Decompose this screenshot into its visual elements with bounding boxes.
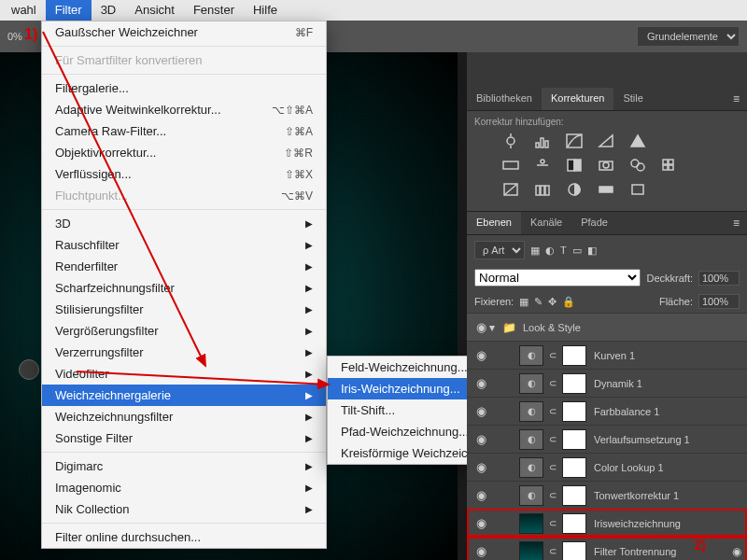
visibility-icon[interactable]: ◉ (472, 404, 489, 418)
bw-icon[interactable] (564, 157, 585, 174)
layer-adj-thumb: ◐ (519, 401, 543, 422)
filter-submenu-item[interactable]: Weichzeichnergalerie▶ (42, 385, 326, 406)
workspace-select[interactable]: Grundelemente (637, 26, 740, 47)
smartfilter-vis-icon[interactable]: ◉ (732, 545, 741, 558)
panel-menu-icon[interactable]: ≡ (726, 88, 747, 110)
visibility-icon[interactable]: ◉ (472, 516, 489, 530)
edit-toolbar-icon[interactable] (19, 359, 39, 380)
filter-submenu-item[interactable]: Rauschfilter▶ (42, 234, 326, 256)
lock-pixels-icon[interactable]: ▦ (519, 296, 529, 308)
menu-ansicht[interactable]: Ansicht (125, 0, 184, 21)
filter-item[interactable]: Verflüssigen...⇧⌘X (42, 163, 326, 185)
group-label: Look & Style (523, 322, 581, 333)
filter-submenu-item[interactable]: Videofilter▶ (42, 363, 326, 385)
layer-name: Verlaufsumsetzung 1 (594, 434, 690, 445)
filter-type-icon[interactable]: T (560, 245, 567, 256)
tab-ebenen[interactable]: Ebenen (467, 212, 521, 234)
filter-pixel-icon[interactable]: ▦ (530, 245, 540, 257)
tab-pfade[interactable]: Pfade (571, 212, 617, 234)
threshold-icon[interactable] (564, 181, 585, 198)
filter-menu: Gaußscher Weichzeichner⌘F Für Smartfilte… (41, 21, 327, 549)
layer-row[interactable]: ◉◐⊂Color Lookup 1 (467, 453, 747, 481)
svg-rect-18 (663, 160, 668, 164)
layer-mask-thumb (562, 345, 586, 366)
visibility-icon[interactable]: ◉ (472, 320, 489, 334)
layer-kind-filter[interactable]: ρ Art (474, 241, 525, 259)
visibility-icon[interactable]: ◉ (472, 432, 489, 446)
link-icon: ⊂ (547, 462, 558, 472)
filter-shape-icon[interactable]: ▭ (572, 245, 582, 257)
filter-last-used[interactable]: Gaußscher Weichzeichner⌘F (42, 21, 326, 43)
layer-row[interactable]: ◉⊂Irisweichzeichnung (467, 509, 747, 537)
exposure-icon[interactable] (596, 133, 616, 149)
levels-icon[interactable] (532, 133, 553, 149)
filter-submenu-item[interactable]: 3D▶ (42, 213, 326, 234)
lock-paint-icon[interactable]: ✎ (534, 296, 543, 308)
posterize-icon[interactable] (532, 181, 553, 198)
fill-label: Fläche: (659, 296, 693, 307)
filter-plugin-item[interactable]: Nik Collection▶ (42, 498, 326, 520)
filter-item[interactable]: Camera Raw-Filter...⇧⌘A (42, 120, 326, 142)
visibility-icon[interactable]: ◉ (472, 376, 489, 390)
lookup-icon[interactable] (659, 157, 680, 174)
lock-pos-icon[interactable]: ✥ (548, 296, 557, 308)
photofilter-icon[interactable] (596, 157, 616, 174)
filter-submenu-item[interactable]: Verzerrungsfilter▶ (42, 342, 326, 363)
menu-hilfe[interactable]: Hilfe (244, 0, 287, 21)
brightness-icon[interactable] (500, 133, 521, 149)
selcolor-icon[interactable] (627, 181, 648, 198)
menu-3d[interactable]: 3D (92, 0, 126, 21)
layer-thumb (519, 513, 543, 534)
visibility-icon[interactable]: ◉ (472, 544, 489, 558)
mixer-icon[interactable] (627, 157, 648, 174)
annotation-1: 1) (24, 26, 37, 43)
filter-item[interactable]: Objektivkorrektur...⇧⌘R (42, 142, 326, 163)
filter-submenu-item[interactable]: Scharfzeichnungsfilter▶ (42, 277, 326, 299)
filter-item[interactable]: Filtergalerie... (42, 77, 326, 99)
layer-row[interactable]: ◉◐⊂Kurven 1 (467, 341, 747, 369)
opacity-input[interactable] (698, 271, 740, 286)
vibrance-icon[interactable] (627, 133, 648, 149)
menu-wahl[interactable]: wahl (2, 0, 46, 21)
filter-submenu-item[interactable]: Stilisierungsfilter▶ (42, 299, 326, 320)
filter-submenu-item[interactable]: Sonstige Filter▶ (42, 427, 326, 449)
visibility-icon[interactable]: ◉ (472, 488, 489, 502)
menu-filter[interactable]: Filter (46, 0, 92, 21)
layers-menu-icon[interactable]: ≡ (726, 212, 747, 234)
filter-submenu-item[interactable]: Renderfilter▶ (42, 256, 326, 277)
layer-row[interactable]: ◉◐⊂Verlaufsumsetzung 1 (467, 425, 747, 453)
filter-adj-icon[interactable]: ◐ (545, 245, 555, 257)
layer-adj-thumb: ◐ (519, 429, 543, 450)
filter-plugin-item[interactable]: Imagenomic▶ (42, 477, 326, 498)
lock-all-icon[interactable]: 🔒 (562, 296, 575, 308)
gradmap-icon[interactable] (596, 181, 616, 198)
chevron-down-icon[interactable]: ▾ (489, 321, 502, 334)
blend-mode-select[interactable]: Normal (474, 269, 641, 287)
invert-icon[interactable] (500, 181, 521, 198)
filter-item[interactable]: Adaptive Weitwinkelkorrektur...⌥⇧⌘A (42, 99, 326, 120)
visibility-icon[interactable]: ◉ (472, 460, 489, 474)
menu-fenster[interactable]: Fenster (184, 0, 244, 21)
tab-korrekturen[interactable]: Korrekturen (542, 88, 613, 110)
layer-name: Dynamik 1 (594, 378, 642, 389)
tab-stile[interactable]: Stile (613, 88, 652, 110)
visibility-icon[interactable]: ◉ (472, 348, 489, 362)
layer-row[interactable]: ◉◐⊂Farbbalance 1 (467, 397, 747, 425)
layer-row[interactable]: ◉◐⊂Dynamik 1 (467, 369, 747, 397)
zoom-value[interactable]: 0% (7, 31, 22, 42)
filter-online[interactable]: Filter online durchsuchen... (42, 526, 326, 548)
hue-icon[interactable] (500, 157, 521, 174)
filter-submenu-item[interactable]: Weichzeichnungsfilter▶ (42, 406, 326, 427)
filter-submenu-item[interactable]: Vergrößerungsfilter▶ (42, 320, 326, 342)
link-icon: ⊂ (547, 546, 558, 556)
tab-kanaele[interactable]: Kanäle (521, 212, 571, 234)
fill-input[interactable] (698, 294, 740, 309)
layer-row[interactable]: ◉◐⊂Tonwertkorrektur 1 (467, 481, 747, 509)
filter-smart-icon[interactable]: ◧ (587, 245, 597, 257)
filter-plugin-item[interactable]: Digimarc▶ (42, 455, 326, 477)
balance-icon[interactable] (532, 157, 553, 174)
layer-adj-thumb: ◐ (519, 373, 543, 394)
layer-group[interactable]: ◉ ▾ 📁 Look & Style (467, 313, 747, 341)
curves-icon[interactable] (564, 133, 585, 149)
tab-bibliotheken[interactable]: Bibliotheken (467, 88, 542, 110)
